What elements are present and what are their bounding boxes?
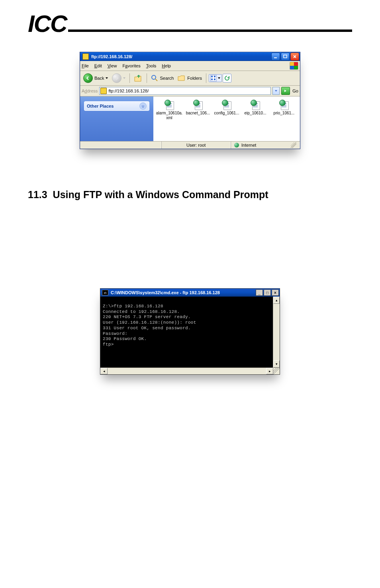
svg-rect-1 — [284, 55, 287, 58]
forward-button — [110, 73, 127, 84]
globe-icon — [234, 143, 239, 147]
go-arrow-icon — [284, 89, 288, 93]
refresh-button[interactable] — [223, 74, 231, 83]
resize-grip-icon[interactable] — [273, 368, 280, 374]
vertical-scrollbar[interactable]: ▴ ▾ — [273, 297, 280, 368]
search-label: Search — [160, 76, 174, 81]
windows-flag-icon — [290, 62, 298, 70]
back-dropdown-icon — [106, 77, 108, 79]
status-user: User: root — [186, 143, 206, 147]
back-button[interactable]: Back — [82, 73, 110, 84]
page-header: ICC — [28, 12, 352, 36]
folders-button[interactable]: Folders — [176, 74, 204, 83]
scroll-down-button[interactable]: ▾ — [273, 360, 280, 368]
scroll-left-button[interactable]: ◂ — [100, 368, 108, 374]
scroll-right-button[interactable]: ▸ — [266, 368, 273, 374]
cmd-output[interactable]: Z:\>ftp 192.168.16.128 Connected to 192.… — [100, 297, 273, 368]
up-folder-button[interactable] — [132, 73, 144, 83]
cmd-titlebar[interactable]: c\ C:\WINDOWS\system32\cmd.exe - ftp 192… — [100, 289, 280, 297]
xml-file-icon — [221, 100, 232, 109]
go-label: Go — [292, 88, 298, 93]
file-list[interactable]: alarm_10610a.xml bacnet_106... config_10… — [153, 96, 300, 141]
sidebar: Other Places — [80, 96, 153, 141]
svg-line-3 — [155, 79, 157, 81]
file-label: prio_1061... — [270, 111, 298, 116]
section-heading: 11.3 Using FTP with a Windows Command Pr… — [28, 189, 352, 201]
menu-tools[interactable]: Tools — [146, 63, 157, 68]
search-button[interactable]: Search — [149, 74, 175, 83]
file-label: bacnet_106... — [184, 111, 212, 116]
cmd-title-text: C:\WINDOWS\system32\cmd.exe - ftp 192.16… — [111, 290, 220, 295]
folders-label: Folders — [187, 76, 202, 81]
forward-dropdown-icon — [123, 77, 125, 79]
cmd-close-button[interactable]: × — [272, 289, 279, 296]
back-label: Back — [94, 76, 104, 81]
status-cell-zone: Internet — [231, 142, 300, 149]
file-item[interactable]: prio_1061... — [270, 100, 298, 141]
file-label: alarm_10610a.xml — [156, 111, 183, 120]
address-icon — [100, 88, 107, 94]
header-rule — [68, 29, 352, 32]
expand-icon — [139, 102, 147, 110]
menu-file[interactable]: File — [82, 63, 89, 68]
cmd-window: c\ C:\WINDOWS\system32\cmd.exe - ftp 192… — [100, 288, 280, 375]
sidebar-panel-other-places[interactable]: Other Places — [84, 101, 149, 111]
section-title: Using FTP with a Windows Command Prompt — [53, 189, 268, 200]
menu-view[interactable]: View — [108, 63, 117, 68]
cmd-icon: c\ — [102, 290, 108, 295]
scroll-track[interactable] — [273, 304, 280, 360]
back-arrow-icon — [83, 73, 93, 83]
views-button[interactable] — [209, 74, 222, 82]
xml-file-icon — [164, 100, 175, 109]
menubar: File Edit View Favorites Tools Help — [80, 61, 300, 71]
chevron-down-icon — [275, 90, 277, 92]
toolbar: Back Sear — [80, 71, 300, 86]
folders-icon — [178, 75, 186, 82]
brand-logo: ICC — [28, 12, 67, 36]
menu-edit[interactable]: Edit — [94, 63, 102, 68]
views-dropdown-icon — [218, 77, 220, 79]
status-zone: Internet — [241, 143, 256, 147]
file-item[interactable]: bacnet_106... — [184, 100, 212, 141]
close-button[interactable] — [290, 53, 299, 61]
status-cell-user: User: root — [161, 142, 231, 149]
go-button[interactable] — [281, 87, 290, 95]
menu-help[interactable]: Help — [162, 63, 171, 68]
file-item[interactable]: alarm_10610a.xml — [156, 100, 183, 141]
search-icon — [151, 75, 158, 82]
ftp-explorer-window: ftp://192.168.16.128/ File Edit View Fav… — [80, 52, 300, 149]
address-input[interactable]: ftp://192.168.16.128/ — [99, 87, 271, 95]
other-places-label: Other Places — [87, 104, 114, 108]
xml-file-icon — [192, 100, 204, 109]
status-cell-empty — [80, 142, 161, 149]
minimize-button[interactable] — [271, 53, 280, 61]
scroll-up-button[interactable]: ▴ — [273, 297, 280, 304]
views-icon — [210, 75, 217, 81]
address-label: Address — [82, 88, 98, 93]
horizontal-scrollbar[interactable]: ◂ ▸ — [100, 368, 280, 374]
svg-point-2 — [152, 75, 156, 79]
xml-file-icon — [250, 100, 261, 109]
file-label: config_1061... — [213, 111, 240, 116]
section-number: 11.3 — [28, 189, 47, 200]
window-title: ftp://192.168.16.128/ — [91, 54, 132, 59]
resize-grip-icon[interactable] — [291, 142, 296, 148]
scroll-track[interactable] — [108, 368, 266, 374]
window-icon — [82, 53, 89, 60]
address-value: ftp://192.168.16.128/ — [108, 88, 149, 93]
file-item[interactable]: eip_10610... — [242, 100, 269, 141]
maximize-button[interactable] — [281, 53, 290, 61]
cmd-maximize-button[interactable]: □ — [264, 289, 271, 296]
svg-rect-0 — [274, 57, 277, 58]
refresh-icon — [224, 75, 230, 81]
file-item[interactable]: config_1061... — [213, 100, 240, 141]
forward-arrow-icon — [112, 73, 121, 83]
menu-favorites[interactable]: Favorites — [122, 63, 140, 68]
cmd-minimize-button[interactable]: _ — [256, 289, 263, 296]
address-bar: Address ftp://192.168.16.128/ Go — [80, 86, 300, 96]
address-dropdown[interactable] — [272, 87, 280, 95]
status-bar: User: root Internet — [80, 141, 300, 149]
file-label: eip_10610... — [242, 111, 269, 116]
xml-file-icon — [278, 100, 290, 109]
titlebar[interactable]: ftp://192.168.16.128/ — [80, 52, 300, 61]
